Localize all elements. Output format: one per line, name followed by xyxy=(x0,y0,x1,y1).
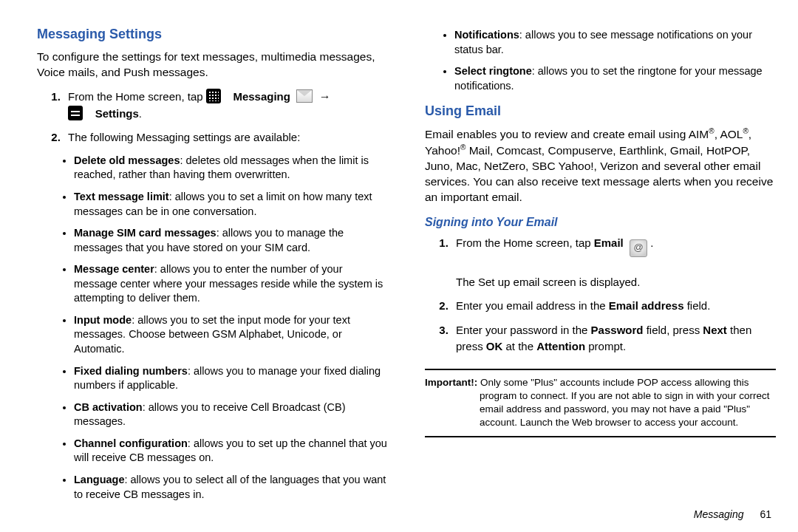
bullet-delete-old: Delete old messages: deletes old message… xyxy=(74,154,388,183)
heading-using-email: Using Email xyxy=(425,103,776,119)
arrow-icon: → xyxy=(319,90,331,103)
menu-icon xyxy=(68,106,83,120)
bullet-select-ringtone: Select ringtone: allows you to set the r… xyxy=(454,64,776,93)
bullet-manage-sim: Manage SIM card messages: allows you to … xyxy=(74,226,388,255)
step-1: From the Home screen, tap Messaging → Se… xyxy=(64,88,388,123)
bullet-fixed-dialing: Fixed dialing numbers: allows you to man… xyxy=(74,364,388,393)
bullet-notifications: Notifications: allows you to see message… xyxy=(454,28,776,57)
email-intro: Email enables you to review and create e… xyxy=(425,126,776,205)
subheading-signing-in: Signing into Your Email xyxy=(425,216,776,229)
bullet-language: Language: allows you to select all of th… xyxy=(74,473,388,502)
bullet-input-mode: Input mode: allows you to set the input … xyxy=(74,313,388,357)
steps-list-email: From the Home screen, tap Email @ . The … xyxy=(425,235,776,355)
intro-text: To configure the settings for text messa… xyxy=(37,50,388,81)
page-footer: Messaging 61 xyxy=(694,508,771,520)
messaging-envelope-icon xyxy=(296,89,313,103)
footer-page-number: 61 xyxy=(760,508,771,520)
bullet-message-center: Message center: allows you to enter the … xyxy=(74,262,388,306)
bullet-channel-config: Channel configuration: allows you to set… xyxy=(74,437,388,466)
email-at-icon: @ xyxy=(630,239,647,257)
right-column: Notifications: allows you to see message… xyxy=(425,27,776,476)
email-step-1: From the Home screen, tap Email @ . The … xyxy=(451,235,776,290)
footer-section: Messaging xyxy=(694,508,744,520)
email-step-3: Enter your password in the Password fiel… xyxy=(451,322,776,355)
apps-grid-icon xyxy=(206,89,221,103)
settings-bullets: Delete old messages: deletes old message… xyxy=(37,154,388,502)
important-note: Important!: Only some "Plus" accounts in… xyxy=(425,369,776,437)
continued-bullets: Notifications: allows you to see message… xyxy=(425,28,776,93)
email-step-2: Enter you email address in the Email add… xyxy=(451,298,776,315)
steps-list-left: From the Home screen, tap Messaging → Se… xyxy=(37,88,388,146)
bullet-cb-activation: CB activation: allows you to receive Cel… xyxy=(74,400,388,429)
bullet-text-limit: Text message limit: allows you to set a … xyxy=(74,190,388,219)
step-2: The following Messaging settings are ava… xyxy=(64,129,388,146)
heading-messaging-settings: Messaging Settings xyxy=(37,27,388,42)
left-column: Messaging Settings To configure the sett… xyxy=(37,27,388,476)
